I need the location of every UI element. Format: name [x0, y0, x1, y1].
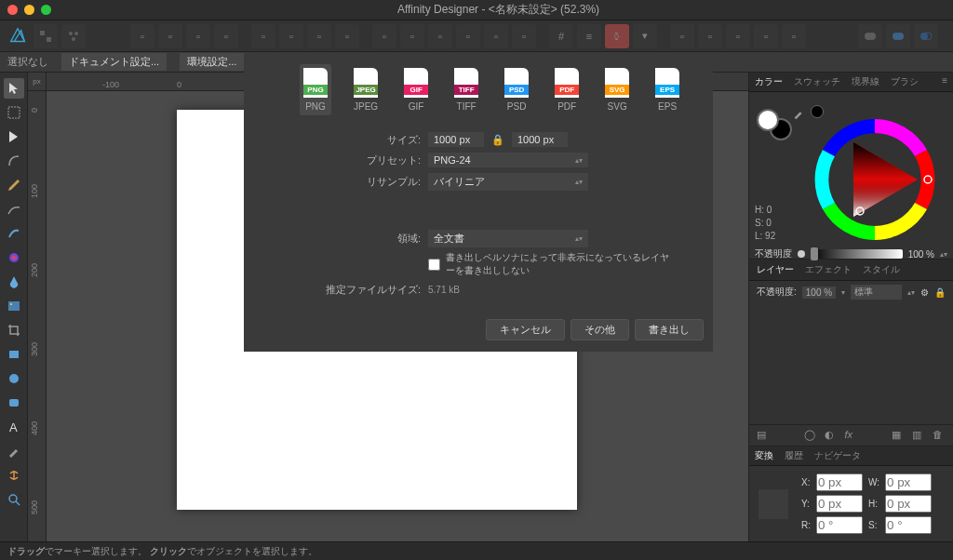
r-input[interactable] — [816, 516, 863, 534]
persona-export-icon[interactable] — [61, 24, 86, 48]
arrange-front-icon[interactable]: ▫ — [214, 24, 238, 48]
anchor-selector[interactable] — [758, 489, 788, 519]
pencil-tool-icon[interactable] — [4, 199, 24, 220]
place-image-tool-icon[interactable] — [4, 296, 24, 316]
tab-layers[interactable]: レイヤー — [757, 263, 794, 276]
window-zoom-icon[interactable] — [41, 5, 51, 15]
align-center-icon[interactable]: ▫ — [400, 24, 424, 48]
preset-select[interactable]: PNG-24▴▾ — [428, 153, 588, 167]
opacity-stepper-icon[interactable]: ▴▾ — [940, 250, 947, 259]
arrange-backward-icon[interactable]: ▫ — [158, 24, 182, 48]
move-tool-icon[interactable] — [4, 78, 24, 99]
snap-magnet-icon[interactable]: ⧲ — [605, 24, 629, 48]
artistic-text-tool-icon[interactable]: A — [4, 417, 24, 437]
layer-add-pixel-icon[interactable]: ▦ — [892, 429, 905, 442]
fill-tool-icon[interactable] — [4, 247, 24, 268]
color-wheel[interactable] — [810, 114, 940, 245]
align-middle-icon[interactable]: ▫ — [484, 24, 508, 48]
snap-grid-icon[interactable]: # — [549, 24, 573, 48]
tab-history[interactable]: 履歴 — [785, 449, 803, 462]
rotate-cw-icon[interactable]: ▫ — [307, 24, 331, 48]
format-tab-png[interactable]: PNG — [300, 64, 331, 115]
export-button[interactable]: 書き出し — [635, 319, 704, 340]
align-right-icon[interactable]: ▫ — [428, 24, 452, 48]
crop-tool-icon[interactable] — [4, 320, 24, 340]
align-bottom-icon[interactable]: ▫ — [512, 24, 536, 48]
insert-front-icon[interactable]: ▫ — [726, 24, 750, 48]
window-minimize-icon[interactable] — [24, 5, 34, 15]
transparency-tool-icon[interactable] — [4, 272, 24, 292]
cancel-button[interactable]: キャンセル — [486, 319, 565, 340]
color-fill-stroke-swatches[interactable] — [757, 109, 792, 140]
insert-inside-icon[interactable]: ▫ — [698, 24, 722, 48]
layer-adjust-icon[interactable]: ◐ — [825, 429, 838, 442]
persona-pixel-icon[interactable] — [34, 24, 58, 48]
layer-list[interactable] — [749, 303, 953, 424]
s-input[interactable] — [885, 516, 932, 534]
layer-group-icon[interactable]: ▤ — [757, 429, 770, 442]
size-height-input[interactable] — [512, 132, 568, 147]
snap-options-icon[interactable]: ▾ — [633, 24, 657, 48]
layer-mask-icon[interactable]: ◯ — [804, 429, 817, 442]
align-top-icon[interactable]: ▫ — [456, 24, 480, 48]
brush-tool-icon[interactable] — [4, 223, 24, 244]
format-tab-eps[interactable]: EPS — [651, 64, 683, 115]
blend-stepper[interactable]: ▴▾ — [907, 288, 915, 297]
bool-subtract-icon[interactable] — [886, 24, 910, 48]
pen-tool-icon[interactable] — [4, 175, 24, 195]
size-lock-icon[interactable]: 🔒 — [491, 134, 504, 146]
layer-fx-icon[interactable]: fx — [845, 429, 858, 442]
layer-lock-icon[interactable]: 🔒 — [934, 287, 946, 298]
rotate-ccw-icon[interactable]: ▫ — [335, 24, 359, 48]
w-input[interactable] — [885, 473, 932, 491]
layer-delete-icon[interactable]: 🗑 — [933, 429, 946, 442]
tab-effects[interactable]: エフェクト — [805, 263, 852, 276]
panel-menu-icon[interactable]: ≡ — [942, 75, 947, 88]
other-button[interactable]: その他 — [570, 319, 629, 340]
tab-swatches[interactable]: スウォッチ — [794, 75, 840, 88]
align-left-icon[interactable]: ▫ — [372, 24, 396, 48]
snap-baseline-icon[interactable]: ≡ — [577, 24, 601, 48]
layer-opacity-value[interactable]: 100 % — [802, 287, 836, 299]
hidden-layers-checkbox[interactable] — [428, 259, 440, 271]
zoom-tool-icon[interactable] — [4, 489, 24, 510]
resample-select[interactable]: バイリニア▴▾ — [428, 173, 588, 191]
app-logo[interactable] — [6, 24, 30, 48]
format-tab-gif[interactable]: GIF — [400, 64, 432, 115]
layer-settings-icon[interactable]: ⚙ — [920, 287, 929, 298]
rounded-rect-tool-icon[interactable] — [4, 393, 24, 413]
rectangle-tool-icon[interactable] — [4, 344, 24, 365]
tab-transform[interactable]: 変換 — [755, 449, 773, 462]
tab-styles[interactable]: スタイル — [863, 263, 900, 276]
tab-stroke[interactable]: 境界線 — [852, 75, 879, 88]
ellipse-tool-icon[interactable] — [4, 368, 24, 389]
format-tab-psd[interactable]: PSD — [501, 64, 532, 115]
area-select[interactable]: 全文書▴▾ — [428, 230, 588, 247]
artboard-tool-icon[interactable] — [4, 102, 24, 123]
flip-h-icon[interactable]: ▫ — [251, 24, 275, 48]
flip-v-icon[interactable]: ▫ — [279, 24, 303, 48]
x-input[interactable] — [816, 473, 863, 491]
insert-more-icon[interactable]: ▫ — [782, 24, 806, 48]
preferences-button[interactable]: 環境設定... — [180, 53, 244, 71]
arrange-back-icon[interactable]: ▫ — [130, 24, 154, 48]
insert-behind-icon[interactable]: ▫ — [670, 24, 694, 48]
format-tab-pdf[interactable]: PDF — [551, 64, 583, 115]
document-settings-button[interactable]: ドキュメント設定... — [61, 53, 167, 71]
tab-brushes[interactable]: ブラシ — [891, 75, 919, 88]
y-input[interactable] — [816, 495, 863, 513]
window-close-icon[interactable] — [7, 5, 18, 15]
insert-target-icon[interactable]: ▫ — [754, 24, 778, 48]
node-tool-icon[interactable] — [4, 127, 24, 147]
layer-opacity-stepper[interactable]: ▾ — [841, 288, 845, 297]
color-picker-tool-icon[interactable] — [4, 441, 24, 461]
bool-intersect-icon[interactable] — [914, 24, 938, 48]
view-tool-icon[interactable] — [4, 465, 24, 486]
tab-navigator[interactable]: ナビゲータ — [814, 449, 861, 462]
corner-tool-icon[interactable] — [4, 151, 24, 171]
format-tab-jpeg[interactable]: JPEG — [350, 64, 382, 115]
format-tab-tiff[interactable]: TIFF — [450, 64, 482, 115]
arrange-forward-icon[interactable]: ▫ — [186, 24, 210, 48]
opacity-slider[interactable] — [811, 249, 903, 259]
tab-color[interactable]: カラー — [755, 75, 783, 88]
